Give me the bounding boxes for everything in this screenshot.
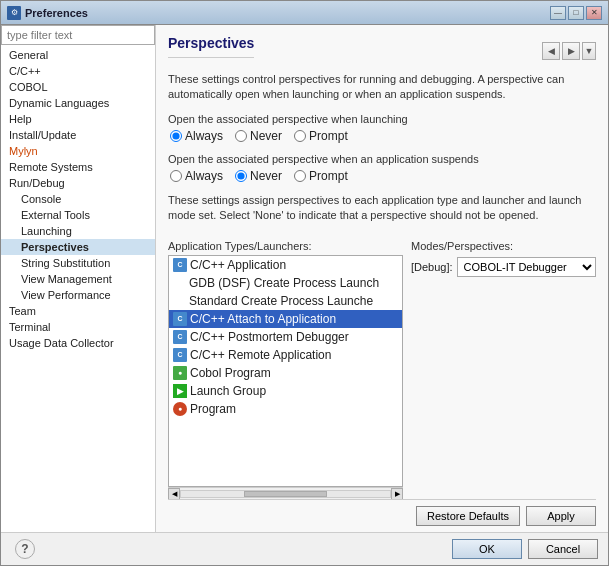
dropdown-button[interactable]: ▼ xyxy=(582,42,596,60)
scroll-track[interactable] xyxy=(180,490,391,498)
suspend-always-radio[interactable] xyxy=(170,170,182,182)
minimize-button[interactable]: — xyxy=(550,6,566,20)
ok-button[interactable]: OK xyxy=(452,539,522,559)
launch-always-label: Always xyxy=(185,129,223,143)
forward-button[interactable]: ▶ xyxy=(562,42,580,60)
launching-radio-group: Always Never Prompt xyxy=(168,129,596,143)
title-bar: ⚙ Preferences — □ ✕ xyxy=(1,1,608,25)
launch-never-radio[interactable] xyxy=(235,130,247,142)
horizontal-scrollbar[interactable]: ◀ ▶ xyxy=(168,487,403,499)
suspend-never-option[interactable]: Never xyxy=(235,169,282,183)
debug-row: [Debug]: COBOL-IT Debugger None Debug C/… xyxy=(411,257,596,277)
sidebar-item-general[interactable]: General xyxy=(1,47,155,63)
suspend-never-label: Never xyxy=(250,169,282,183)
sidebar-item-cpp[interactable]: C/C++ xyxy=(1,63,155,79)
sidebar-item-mylyn[interactable]: Mylyn xyxy=(1,143,155,159)
suspending-section-label: Open the associated perspective when an … xyxy=(168,153,596,165)
suspend-always-label: Always xyxy=(185,169,223,183)
list-item-program[interactable]: ● Program xyxy=(169,400,402,418)
sidebar-item-team[interactable]: Team xyxy=(1,303,155,319)
modes-label: Modes/Perspectives: xyxy=(411,240,596,252)
sidebar-item-terminal[interactable]: Terminal xyxy=(1,319,155,335)
scroll-thumb xyxy=(244,491,328,497)
launch-always-radio[interactable] xyxy=(170,130,182,142)
sidebar-item-dynamic-languages[interactable]: Dynamic Languages xyxy=(1,95,155,111)
cpp-postmortem-icon: C xyxy=(173,330,187,344)
suspend-prompt-option[interactable]: Prompt xyxy=(294,169,348,183)
close-button[interactable]: ✕ xyxy=(586,6,602,20)
filter-input[interactable] xyxy=(1,25,155,45)
app-types-panel: Application Types/Launchers: C C/C++ App… xyxy=(168,240,403,499)
bottom-bar: ? OK Cancel xyxy=(1,532,608,565)
sidebar-item-help[interactable]: Help xyxy=(1,111,155,127)
suspend-prompt-label: Prompt xyxy=(309,169,348,183)
launch-never-label: Never xyxy=(250,129,282,143)
app-section: Application Types/Launchers: C C/C++ App… xyxy=(168,240,596,499)
launch-prompt-option[interactable]: Prompt xyxy=(294,129,348,143)
list-item-launch-group[interactable]: ▶ Launch Group xyxy=(169,382,402,400)
window-icon: ⚙ xyxy=(7,6,21,20)
sidebar-item-cobol[interactable]: COBOL xyxy=(1,79,155,95)
list-item-cpp-app[interactable]: C C/C++ Application xyxy=(169,256,402,274)
debug-select[interactable]: COBOL-IT Debugger None Debug C/C++ Persp… xyxy=(457,257,596,277)
launch-prompt-label: Prompt xyxy=(309,129,348,143)
suspend-always-option[interactable]: Always xyxy=(170,169,223,183)
sidebar-item-view-performance[interactable]: View Performance xyxy=(1,287,155,303)
sidebar-item-remote-systems[interactable]: Remote Systems xyxy=(1,159,155,175)
window-controls: — □ ✕ xyxy=(550,6,602,20)
apply-button[interactable]: Apply xyxy=(526,506,596,526)
debug-label: [Debug]: xyxy=(411,261,453,273)
content-panel: Perspectives ◀ ▶ ▼ These settings contro… xyxy=(156,25,608,532)
sidebar-item-string-substitution[interactable]: String Substitution xyxy=(1,255,155,271)
sidebar-item-external-tools[interactable]: External Tools xyxy=(1,207,155,223)
scroll-left-arrow[interactable]: ◀ xyxy=(168,488,180,500)
program-icon: ● xyxy=(173,402,187,416)
suspend-prompt-radio[interactable] xyxy=(294,170,306,182)
scroll-right-arrow[interactable]: ▶ xyxy=(391,488,403,500)
app-types-label: Application Types/Launchers: xyxy=(168,240,403,252)
suspending-radio-group: Always Never Prompt xyxy=(168,169,596,183)
cancel-button[interactable]: Cancel xyxy=(528,539,598,559)
preferences-window: ⚙ Preferences — □ ✕ General C/C++ COBOL … xyxy=(0,0,609,566)
cobol-program-icon: ● xyxy=(173,366,187,380)
launch-prompt-radio[interactable] xyxy=(294,130,306,142)
sidebar-item-launching[interactable]: Launching xyxy=(1,223,155,239)
modes-panel: Modes/Perspectives: [Debug]: COBOL-IT De… xyxy=(411,240,596,499)
sidebar-item-run-debug[interactable]: Run/Debug xyxy=(1,175,155,191)
sidebar-item-view-management[interactable]: View Management xyxy=(1,271,155,287)
list-item-cpp-attach[interactable]: C C/C++ Attach to Application xyxy=(169,310,402,328)
launch-never-option[interactable]: Never xyxy=(235,129,282,143)
title-bar-left: ⚙ Preferences xyxy=(7,6,88,20)
suspend-never-radio[interactable] xyxy=(235,170,247,182)
cpp-remote-icon: C xyxy=(173,348,187,362)
main-content: General C/C++ COBOL Dynamic Languages He… xyxy=(1,25,608,532)
list-item-cobol-program[interactable]: ● Cobol Program xyxy=(169,364,402,382)
list-item-cpp-remote[interactable]: C C/C++ Remote Application xyxy=(169,346,402,364)
launching-section-label: Open the associated perspective when lau… xyxy=(168,113,596,125)
list-item-cpp-postmortem[interactable]: C C/C++ Postmortem Debugger xyxy=(169,328,402,346)
page-title: Perspectives xyxy=(168,35,254,58)
maximize-button[interactable]: □ xyxy=(568,6,584,20)
description-2: These settings assign perspectives to ea… xyxy=(168,193,596,224)
cpp-attach-icon: C xyxy=(173,312,187,326)
help-button[interactable]: ? xyxy=(15,539,35,559)
sidebar-item-console[interactable]: Console xyxy=(1,191,155,207)
content-footer: Restore Defaults Apply xyxy=(168,499,596,526)
sidebar-item-perspectives[interactable]: Perspectives xyxy=(1,239,155,255)
list-item-gdb-dsf[interactable]: GDB (DSF) Create Process Launch xyxy=(169,274,402,292)
restore-defaults-button[interactable]: Restore Defaults xyxy=(416,506,520,526)
sidebar-item-usage-data-collector[interactable]: Usage Data Collector xyxy=(1,335,155,351)
sidebar-tree: General C/C++ COBOL Dynamic Languages He… xyxy=(1,45,155,532)
launch-always-option[interactable]: Always xyxy=(170,129,223,143)
sidebar: General C/C++ COBOL Dynamic Languages He… xyxy=(1,25,156,532)
list-item-standard-create[interactable]: Standard Create Process Launche xyxy=(169,292,402,310)
launch-group-icon: ▶ xyxy=(173,384,187,398)
description-1: These settings control perspectives for … xyxy=(168,72,596,103)
cpp-app-icon: C xyxy=(173,258,187,272)
back-button[interactable]: ◀ xyxy=(542,42,560,60)
app-types-list[interactable]: C C/C++ Application GDB (DSF) Create Pro… xyxy=(168,255,403,487)
window-title: Preferences xyxy=(25,7,88,19)
sidebar-item-install-update[interactable]: Install/Update xyxy=(1,127,155,143)
